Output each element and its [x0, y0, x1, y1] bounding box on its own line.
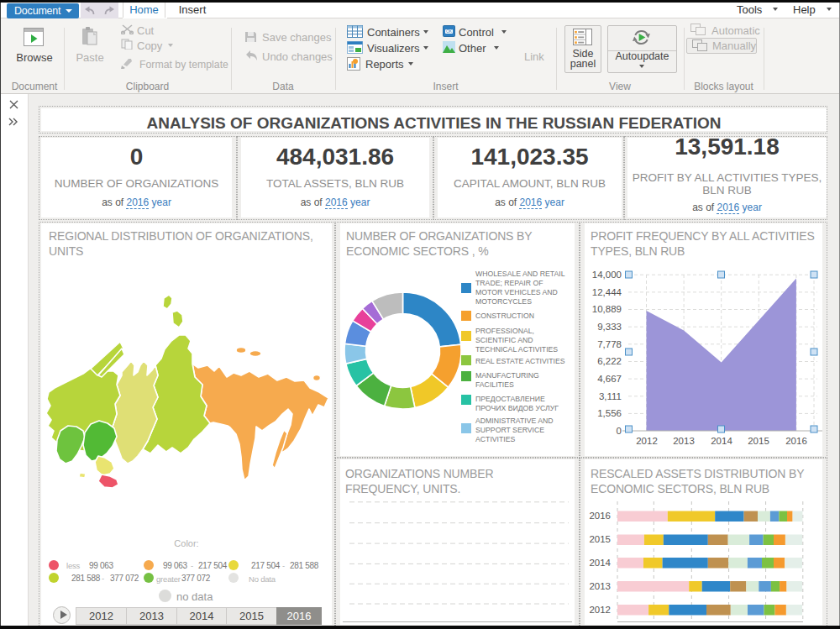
- svg-text:OK: OK: [446, 29, 453, 34]
